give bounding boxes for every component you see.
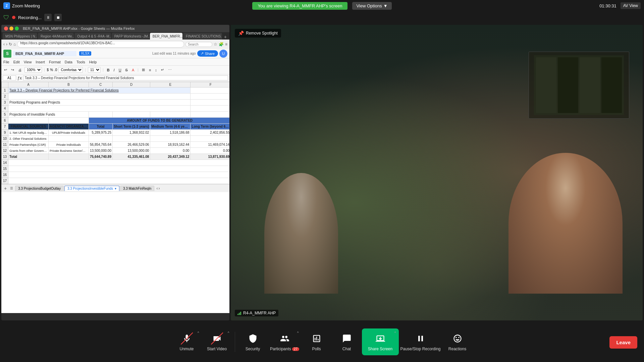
undo-button[interactable]: ↩: [3, 67, 8, 73]
cell-f5[interactable]: [191, 112, 229, 118]
cell-short-4[interactable]: 13,500,000.00: [112, 148, 150, 154]
align-button[interactable]: ≡: [148, 67, 152, 73]
leave-button[interactable]: Leave: [609, 336, 637, 349]
avatar[interactable]: U: [219, 50, 227, 58]
print-button[interactable]: 🖨: [17, 67, 23, 73]
cell-f2[interactable]: [191, 94, 229, 100]
polls-button[interactable]: Polls: [302, 328, 332, 355]
col-d-header[interactable]: D: [112, 82, 150, 87]
cell-f1[interactable]: [191, 87, 229, 94]
cell-total-short[interactable]: 41,335,461.08: [112, 154, 150, 160]
cell-medium-1[interactable]: 1,518,186.68: [150, 130, 191, 136]
chevron-icon[interactable]: ^: [198, 331, 199, 335]
unmute-button[interactable]: Unmute ^: [172, 328, 202, 355]
menu-file[interactable]: File: [3, 60, 9, 64]
forward-button[interactable]: ›: [6, 42, 7, 47]
tab-msn[interactable]: MSN Philippines | N... ×: [3, 33, 37, 40]
tab-region[interactable]: Region 4A/Mount Me... ×: [38, 33, 74, 40]
window-close-button[interactable]: [4, 26, 8, 31]
col-a-header[interactable]: A: [8, 82, 49, 87]
underline-button[interactable]: U: [117, 67, 123, 73]
cell-empty-14[interactable]: [8, 160, 230, 166]
cell-f3[interactable]: [191, 100, 229, 106]
cell-total-long[interactable]: 13,871,930.69: [191, 154, 229, 160]
back-button[interactable]: ‹: [3, 42, 5, 47]
cell-empty-16[interactable]: [8, 172, 230, 178]
extensions-button[interactable]: 🧩: [219, 42, 224, 47]
cell-medium-3[interactable]: 18,919,162.44: [150, 142, 191, 148]
cell-total-4[interactable]: 13,500,000.00: [89, 148, 113, 154]
sheet-nav-next[interactable]: ›: [158, 186, 160, 191]
menu-view[interactable]: View: [24, 60, 32, 64]
cell-short-3[interactable]: 26,466,529.06: [112, 142, 150, 148]
col-c-header[interactable]: C: [89, 82, 113, 87]
cell-b6[interactable]: [49, 118, 89, 124]
remove-spotlight-button[interactable]: 📌 Remove Spotlight: [235, 29, 281, 38]
cell-medium-2[interactable]: [150, 136, 191, 142]
cell-org-3[interactable]: Private Individuals: [49, 142, 89, 148]
cell-org-1[interactable]: UPLB/Private Individuals: [49, 130, 89, 136]
tab-finance[interactable]: FINANCE SOLUTIONS... ×: [183, 33, 222, 40]
cell-long-2[interactable]: [191, 136, 229, 142]
menu-button[interactable]: ≡: [225, 42, 227, 47]
valign-button[interactable]: ↕: [154, 67, 158, 73]
cell-total-3[interactable]: 56,854,765.64: [89, 142, 113, 148]
window-minimize-button[interactable]: [9, 26, 13, 31]
new-tab-button[interactable]: +: [223, 34, 228, 40]
menu-data[interactable]: Data: [65, 60, 72, 64]
chevron-icon[interactable]: ^: [228, 331, 229, 335]
start-video-button[interactable]: Start Video ^: [202, 328, 232, 355]
refresh-button[interactable]: ↻: [9, 42, 12, 47]
cell-a1[interactable]: Task 3.3 – Develop Financial Projections…: [8, 87, 191, 94]
cell-total-label[interactable]: Total: [8, 154, 49, 160]
cell-source-4[interactable]: Grants from other Government Agencies: [8, 148, 49, 154]
fontsize-select[interactable]: 11: [88, 67, 101, 73]
pause-recording-button[interactable]: Pause/Stop Recording: [399, 328, 442, 355]
cell-long-4[interactable]: 0.00: [191, 148, 229, 154]
cell-formula[interactable]: Task 3.3 – Develop Financial Projections…: [23, 75, 228, 80]
window-maximize-button[interactable]: [15, 26, 19, 31]
home-button[interactable]: ⌂: [13, 42, 16, 47]
search-input[interactable]: [185, 42, 212, 47]
italic-button[interactable]: I: [112, 67, 116, 73]
recording-stop-button[interactable]: ⏹: [54, 14, 62, 21]
security-button[interactable]: Security: [238, 328, 268, 355]
wrap-button[interactable]: ↵: [160, 67, 165, 73]
cell-long-1[interactable]: 2,402,856.55: [191, 130, 229, 136]
tab-pafp[interactable]: PAFP Worksheets -JM... ×: [112, 33, 149, 40]
cell-a6[interactable]: [8, 118, 49, 124]
sheet-tab-investible[interactable]: 3.3 ProjectionsInvestibleFunds ▾: [64, 186, 119, 191]
spreadsheet-title[interactable]: BER_FNA_R4A_MMFR AHP: [13, 51, 76, 56]
more-button[interactable]: ⋯: [167, 67, 173, 73]
cell-c5[interactable]: [89, 112, 113, 118]
cell-medium-4[interactable]: 0.00: [150, 148, 191, 154]
cell-org-2[interactable]: [49, 136, 89, 142]
menu-insert[interactable]: Insert: [36, 60, 45, 64]
recording-pause-button[interactable]: ⏸: [44, 14, 52, 21]
add-sheet-button[interactable]: +: [3, 186, 8, 191]
cell-source-2[interactable]: 2. Other Financial Solutions: [8, 136, 49, 142]
cell-short-2[interactable]: [112, 136, 150, 142]
cell-org-4[interactable]: Private Business Sector/Private Partners: [49, 148, 89, 154]
cell-empty-15[interactable]: [8, 166, 230, 172]
cell-a5[interactable]: Projections of Investible Funds: [8, 112, 89, 118]
cell-long-3[interactable]: 11,469,074.14: [191, 142, 229, 148]
share-button[interactable]: ↗ Share: [197, 50, 218, 57]
cell-a4[interactable]: [8, 106, 191, 112]
col-e-header[interactable]: E: [150, 82, 191, 87]
cell-source-1[interactable]: 1. Net UPLB regular budgetary outlay: [8, 130, 49, 136]
av-view-button[interactable]: AV View: [621, 2, 641, 9]
cell-f4[interactable]: [191, 106, 229, 112]
merge-button[interactable]: ⊞: [141, 67, 146, 73]
zoom-select[interactable]: 100%: [24, 67, 42, 73]
sheet-tab-match[interactable]: 3.3 MatchFinReqIn: [120, 186, 155, 191]
cell-total-sum[interactable]: 75,644,740.89: [89, 154, 113, 160]
bookmark-button[interactable]: ☆: [214, 42, 217, 47]
menu-format[interactable]: Format: [49, 60, 61, 64]
redo-button[interactable]: ↪: [10, 67, 15, 73]
tab-output[interactable]: Output 4 & 5 -R4A -M... ×: [74, 33, 111, 40]
tab-ber-active[interactable]: BER_FNA_MMFR... ×: [150, 33, 182, 40]
reactions-button[interactable]: Reactions: [442, 328, 473, 355]
font-select[interactable]: Comfortaa: [58, 67, 83, 73]
col-f-header[interactable]: F: [191, 82, 229, 87]
